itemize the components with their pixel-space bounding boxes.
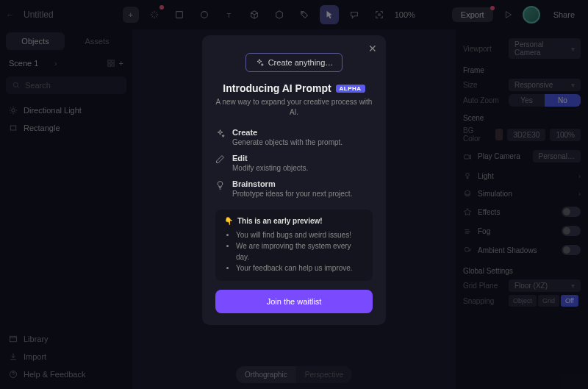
feature-create: CreateGenerate objects with the prompt. (215, 128, 373, 146)
join-waitlist-button[interactable]: Join the waitlist (215, 290, 373, 313)
alpha-badge: ALPHA (336, 85, 365, 93)
bulb-icon (215, 180, 225, 190)
early-preview-box: 👇This is an early preview! You will find… (215, 210, 373, 281)
sparkle-icon (255, 58, 264, 67)
modal-title: Introducing AI Prompt ALPHA (223, 82, 365, 94)
pencil-icon (215, 154, 225, 164)
ai-prompt-modal: ✕ Create anything… Introducing AI Prompt… (202, 35, 386, 325)
create-anything-pill[interactable]: Create anything… (245, 53, 343, 72)
sparkle-icon (215, 129, 225, 138)
modal-subtitle: A new way to expand your creative proces… (215, 97, 373, 118)
feature-brainstorm: BrainstormPrototype ideas for your next … (215, 179, 373, 198)
pointing-icon: 👇 (224, 217, 233, 225)
close-icon[interactable]: ✕ (368, 43, 377, 54)
feature-edit: EditModify existing objects. (215, 154, 373, 172)
modal-overlay: ✕ Create anything… Introducing AI Prompt… (0, 0, 588, 389)
